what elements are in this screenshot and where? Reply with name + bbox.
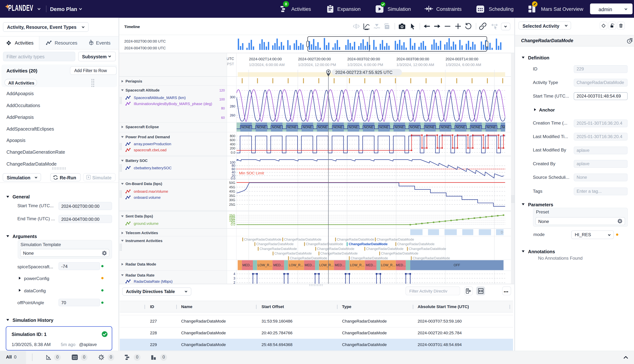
svg-text:ChangeRadarDataMode: ChangeRadarDataMode — [337, 238, 374, 241]
svg-text:MED...: MED... — [335, 263, 344, 267]
svg-text:ChangeRadarDataMode: ChangeRadarDataMode — [349, 242, 388, 246]
svg-text:NONE: NONE — [440, 126, 450, 129]
svg-text:NONE: NONE — [395, 126, 404, 129]
svg-text:D: D — [501, 230, 503, 234]
svg-text:LOW_R...: LOW_R... — [258, 263, 272, 267]
svg-text:MED...: MED... — [242, 263, 252, 267]
svg-text:MED...: MED... — [304, 263, 314, 267]
svg-text:NONE: NONE — [272, 126, 281, 129]
svg-text:ChangeRadarDataMode: ChangeRadarDataMode — [274, 252, 312, 255]
svg-text:ChangeRadarDataMode: ChangeRadarDataMode — [256, 242, 294, 246]
svg-text:ChangeRadarDataMode: ChangeRadarDataMode — [366, 247, 404, 251]
svg-text:ChangeRadarDataMode: ChangeRadarDataMode — [306, 242, 343, 246]
svg-text:NONE: NONE — [502, 126, 511, 129]
svg-text:ChangeRadarDataMode: ChangeRadarDataMode — [317, 247, 354, 251]
svg-text:LOW_R...: LOW_R... — [350, 263, 364, 267]
svg-text:NONE: NONE — [288, 126, 297, 129]
svg-text:LOW_R...: LOW_R... — [381, 263, 395, 267]
svg-text:NONE: NONE — [241, 126, 251, 129]
svg-text:NONE: NONE — [302, 126, 312, 129]
svg-text:NONE: NONE — [425, 126, 435, 129]
svg-text:MED...: MED... — [273, 263, 283, 267]
svg-text:MED...: MED... — [396, 263, 406, 267]
svg-text:ChangeRadarDataMode: ChangeRadarDataMode — [409, 247, 446, 251]
svg-text:ChangeRadarDataMode: ChangeRadarDataMode — [260, 247, 297, 251]
svg-text:ChangeRadarDataMode: ChangeRadarDataMode — [351, 256, 388, 260]
svg-text:ChangeRadarDataMode: ChangeRadarDataMode — [284, 238, 322, 241]
svg-text:LOW_R...: LOW_R... — [319, 263, 334, 267]
svg-text:NONE: NONE — [349, 126, 358, 129]
svg-text:NONE: NONE — [257, 126, 266, 129]
svg-text:ChangeRadarDataMode: ChangeRadarDataMode — [290, 256, 327, 260]
svg-text:NONE: NONE — [318, 126, 327, 129]
svg-text:OFF: OFF — [454, 263, 460, 267]
svg-text:ChangeRadarDataMode: ChangeRadarDataMode — [381, 252, 418, 255]
svg-text:NONE: NONE — [456, 126, 465, 129]
svg-text:Min SOC Limit: Min SOC Limit — [239, 171, 264, 175]
svg-text:2024-002T23:47:55.925 UTC: 2024-002T23:47:55.925 UTC — [335, 70, 392, 75]
svg-text:NONE: NONE — [486, 126, 496, 129]
svg-text:NONE: NONE — [364, 126, 374, 129]
svg-text:ChangeRadarDataMode: ChangeRadarDataMode — [397, 242, 435, 246]
svg-text:ChangeRadarDataMode: ChangeRadarDataMode — [377, 238, 414, 241]
svg-text:ChangeRadarDataMode: ChangeRadarDataMode — [413, 256, 450, 260]
svg-text:NONE: NONE — [410, 126, 419, 129]
svg-text:NONE: NONE — [471, 126, 481, 129]
svg-text:MED...: MED... — [366, 263, 376, 267]
svg-text:ChangeRadarDataMode: ChangeRadarDataMode — [244, 238, 282, 241]
svg-text:ChangeRadarDataMode: ChangeRadarDataMode — [320, 252, 358, 255]
svg-text:NONE: NONE — [379, 126, 388, 129]
svg-text:LOW_R...: LOW_R... — [289, 263, 303, 267]
svg-text:NONE: NONE — [334, 126, 343, 129]
